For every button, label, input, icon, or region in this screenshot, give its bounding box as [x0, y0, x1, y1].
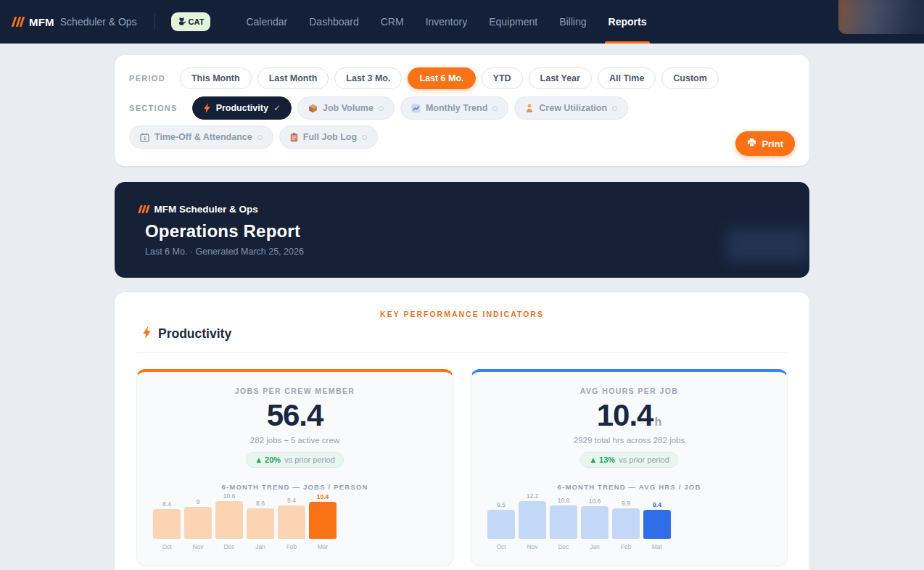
bar	[247, 508, 274, 539]
nav-divider	[154, 14, 155, 30]
bar-month-label: Mar	[643, 543, 671, 552]
period-pill-last-month[interactable]: Last Month	[257, 67, 329, 89]
kpi-card-avg-hours-per-job: AVG HOURS PER JOB10.4h2929 total hrs acr…	[471, 369, 788, 566]
bar-slot-oct: 8.4Oct	[153, 500, 181, 552]
bar	[550, 505, 577, 539]
bar-slot-dec: 10.8Dec	[550, 497, 577, 552]
nav-item-billing[interactable]: Billing	[548, 0, 597, 44]
bar-value-label: 8.6	[247, 500, 274, 507]
bar-slot-dec: 10.6Dec	[215, 492, 243, 552]
kpi-delta-suffix: vs prior period	[284, 455, 335, 464]
section-pill-crew-utilization[interactable]: Crew Utilization	[514, 96, 628, 120]
period-pill-all-time[interactable]: All Time	[598, 67, 656, 89]
cat-badge[interactable]: CAT	[171, 12, 211, 31]
bar-month-label: Jan	[581, 543, 609, 552]
period-row: PERIOD This MonthLast MonthLast 3 Mo.Las…	[129, 67, 795, 89]
bar-value-label: 10.6	[215, 492, 243, 500]
section-pill-label: Productivity	[216, 103, 268, 113]
bar	[153, 509, 181, 539]
bar-month-label: Nov	[184, 543, 212, 552]
app-logo[interactable]: MFM Scheduler & Ops	[13, 0, 137, 44]
kpi-cards-grid: JOBS PER CREW MEMBER56.4282 jobs ÷ 5 act…	[136, 369, 788, 566]
section-pill-time-off-attendance[interactable]: 1Time-Off & Attendance	[129, 125, 273, 149]
period-pill-last-3-mo[interactable]: Last 3 Mo.	[334, 67, 402, 89]
nav-item-inventory[interactable]: Inventory	[415, 0, 479, 44]
kpi-delta: 20%	[265, 455, 281, 464]
period-pill-this-month[interactable]: This Month	[180, 67, 252, 89]
section-pill-label: Full Job Log	[303, 132, 357, 142]
bar-slot-oct: 9.5Oct	[487, 501, 515, 552]
clipboard-icon	[290, 133, 298, 142]
bar-value-label: 10.4	[309, 493, 337, 500]
report-brand: MFM Scheduler & Ops	[154, 204, 258, 215]
bar-value-label: 10.6	[581, 497, 609, 505]
svg-text:1: 1	[144, 136, 147, 141]
trend-chart-icon	[411, 104, 421, 113]
bar-month-label: Dec	[550, 543, 577, 552]
chart-title: 6-MONTH TREND — AVG HRS / JOB	[486, 483, 772, 491]
bar-slot-nov: 9Nov	[184, 498, 212, 552]
bar	[215, 501, 243, 539]
blurred-element	[727, 228, 808, 262]
section-pill-job-volume[interactable]: Job Volume	[297, 96, 395, 120]
radio-circle-icon	[379, 106, 384, 111]
section-pill-monthly-trend[interactable]: Monthly Trend	[400, 96, 508, 120]
period-pill-custom[interactable]: Custom	[661, 67, 719, 89]
bar-chart: 9.5Oct12.2Nov10.8Dec10.6Jan9.9Feb9.4Mar	[486, 492, 772, 552]
calendar-icon: 1	[140, 133, 149, 142]
bar-value-label: 9.9	[612, 500, 640, 507]
lightning-icon	[142, 326, 152, 342]
report-subtitle: Last 6 Mo. · Generated March 25, 2026	[145, 247, 785, 257]
nav-item-reports[interactable]: Reports	[598, 0, 658, 44]
bar-slot-feb: 9.9Feb	[612, 500, 640, 552]
bar-slot-feb: 9.4Feb	[278, 497, 305, 552]
brand-slashes-icon	[139, 205, 149, 213]
bar	[184, 507, 212, 539]
section-pill-productivity[interactable]: Productivity✓	[192, 96, 292, 120]
period-pill-last-year[interactable]: Last Year	[529, 67, 592, 89]
nav-item-dashboard[interactable]: Dashboard	[298, 0, 370, 44]
kpi-trend-badge: ▲ 13%vs prior period	[580, 452, 678, 468]
lightning-icon	[203, 103, 211, 113]
kpi-eyebrow: KEY PERFORMANCE INDICATORS	[136, 310, 788, 318]
sections-label: SECTIONS	[129, 104, 178, 112]
period-pill-last-6-mo[interactable]: Last 6 Mo.	[408, 67, 475, 89]
section-pill-full-job-log[interactable]: Full Job Log	[279, 125, 378, 149]
section-pill-label: Time-Off & Attendance	[154, 132, 252, 142]
kpi-delta-suffix: vs prior period	[619, 455, 669, 464]
bar-chart: 8.4Oct9Nov10.6Dec8.6Jan9.4Feb10.4Mar	[152, 492, 438, 552]
up-triangle-icon: ▲	[255, 455, 263, 464]
up-triangle-icon: ▲	[589, 455, 597, 464]
nav-menu: CalendarDashboardCRMInventoryEquipmentBi…	[235, 0, 657, 44]
radio-circle-icon	[612, 106, 617, 111]
bar-value-label: 9.4	[278, 497, 305, 504]
report-filters-card: PERIOD This MonthLast MonthLast 3 Mo.Las…	[115, 55, 809, 166]
nav-item-crm[interactable]: CRM	[370, 0, 415, 44]
bar-month-label: Nov	[519, 543, 546, 552]
brand-name: MFM	[29, 16, 54, 28]
bar-value-label: 9.5	[487, 501, 515, 508]
kpi-subtext: 2929 total hrs across 282 jobs	[486, 436, 772, 445]
kpi-subtext: 282 jobs ÷ 5 active crew	[152, 436, 438, 445]
bar-slot-nov: 12.2Nov	[519, 492, 546, 552]
bar-value-label: 12.2	[519, 492, 546, 500]
report-title: Operations Report	[145, 221, 785, 241]
top-nav: MFM Scheduler & Ops CAT CalendarDashboar…	[0, 0, 924, 44]
print-button[interactable]: Print	[735, 131, 795, 156]
nav-item-equipment[interactable]: Equipment	[478, 0, 548, 44]
report-header-card: MFM Scheduler & Ops Operations Report La…	[115, 182, 809, 278]
section-pill-label: Monthly Trend	[426, 103, 487, 113]
bar-slot-mar: 10.4Mar	[309, 493, 337, 552]
package-icon	[308, 104, 318, 113]
kpi-section-title: Productivity	[158, 326, 231, 342]
kpi-trend-badge: ▲ 20%vs prior period	[246, 452, 344, 468]
print-button-label: Print	[762, 139, 783, 149]
nav-item-calendar[interactable]: Calendar	[235, 0, 298, 44]
brand-suffix: Scheduler & Ops	[60, 16, 137, 28]
bar	[278, 505, 305, 539]
bar-month-label: Jan	[247, 543, 274, 552]
kpi-delta: 13%	[599, 455, 615, 464]
user-avatar-blurred[interactable]	[838, 0, 924, 34]
period-pill-ytd[interactable]: YTD	[482, 67, 523, 89]
cat-icon	[178, 17, 186, 27]
